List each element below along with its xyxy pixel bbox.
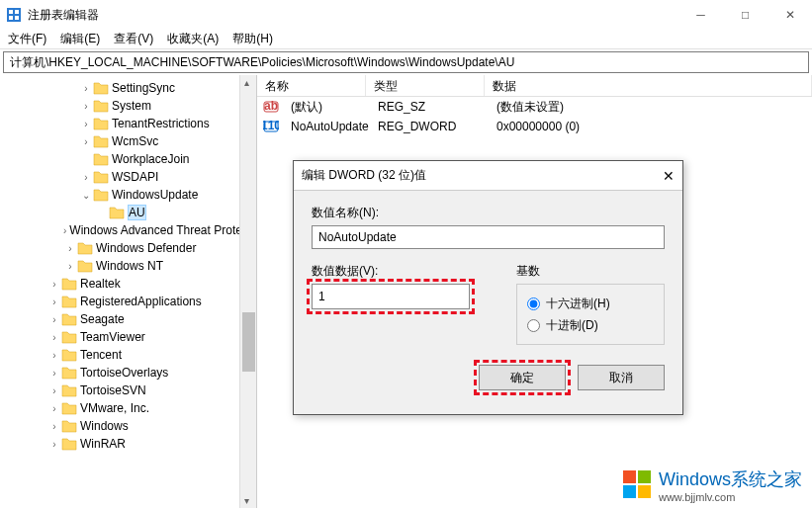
tree-item[interactable]: ›SettingSync — [0, 79, 256, 97]
tree-label: Windows NT — [96, 259, 163, 273]
tree-item[interactable]: ›VMware, Inc. — [0, 399, 256, 417]
scrollbar-thumb[interactable] — [242, 312, 255, 372]
tree-item[interactable]: ›TortoiseSVN — [0, 382, 256, 399]
expand-icon[interactable]: › — [47, 297, 61, 307]
expand-icon[interactable]: › — [47, 350, 61, 361]
dialog-titlebar[interactable]: 编辑 DWORD (32 位)值 ✕ — [294, 161, 682, 191]
tree-item[interactable]: ›WinRAR — [0, 435, 256, 453]
expand-icon[interactable]: › — [79, 119, 93, 129]
close-button[interactable]: ✕ — [767, 0, 812, 30]
list-row[interactable]: ab(默认)REG_SZ(数值未设置) — [257, 97, 812, 117]
value-name-input[interactable] — [312, 225, 665, 249]
watermark: Windows系统之家 www.bjjmlv.com — [623, 467, 802, 503]
tree-item[interactable]: ›Windows Defender — [0, 239, 256, 257]
menu-edit[interactable]: 编辑(E) — [60, 31, 100, 47]
titlebar: 注册表编辑器 ─ □ ✕ — [0, 0, 812, 30]
expand-icon[interactable]: › — [47, 403, 61, 414]
ok-button[interactable]: 确定 — [479, 365, 566, 390]
tree-item[interactable]: ›System — [0, 97, 256, 115]
expand-icon[interactable]: › — [47, 368, 61, 379]
expand-icon[interactable]: › — [47, 314, 61, 325]
scrollbar[interactable] — [239, 75, 256, 508]
svg-text:110: 110 — [263, 119, 279, 132]
maximize-button[interactable]: □ — [723, 0, 767, 30]
reg-dword-icon: 110 — [263, 119, 279, 134]
tree-item[interactable]: ›Windows — [0, 417, 256, 435]
expand-icon[interactable]: › — [63, 243, 77, 254]
list-row[interactable]: 110NoAutoUpdateREG_DWORD0x00000000 (0) — [257, 117, 812, 136]
svg-rect-9 — [623, 470, 636, 483]
tree-label: WinRAR — [80, 437, 126, 451]
radio-dec[interactable] — [527, 319, 540, 332]
menu-file[interactable]: 文件(F) — [8, 31, 46, 47]
tree-label: RegisteredApplications — [80, 295, 202, 308]
dialog-close-button[interactable]: ✕ — [663, 168, 675, 184]
tree-item[interactable]: ›Tencent — [0, 346, 256, 364]
svg-rect-3 — [9, 16, 13, 20]
tree-label: Windows — [80, 419, 129, 433]
tree-item[interactable]: ›RegisteredApplications — [0, 293, 256, 310]
reg-sz-icon: ab — [263, 99, 279, 115]
expand-icon[interactable]: › — [63, 261, 77, 272]
menu-help[interactable]: 帮助(H) — [232, 31, 273, 47]
dialog-title: 编辑 DWORD (32 位)值 — [302, 167, 426, 184]
menu-view[interactable]: 查看(V) — [114, 31, 153, 47]
expand-icon[interactable]: › — [47, 332, 61, 343]
address-text: 计算机\HKEY_LOCAL_MACHINE\SOFTWARE\Policies… — [10, 54, 514, 71]
cell-name: NoAutoUpdate — [283, 120, 370, 133]
tree-item[interactable]: ›TenantRestrictions — [0, 115, 256, 132]
col-header-data[interactable]: 数据 — [485, 75, 812, 96]
value-data-input[interactable] — [312, 284, 470, 309]
tree-label: VMware, Inc. — [80, 401, 149, 415]
expand-icon[interactable]: › — [79, 83, 93, 94]
radio-dec-label: 十进制(D) — [546, 317, 598, 334]
base-label: 基数 — [516, 263, 665, 280]
watermark-sub: 系统之家 — [731, 469, 802, 489]
expand-icon[interactable]: › — [79, 136, 93, 147]
tree-item[interactable]: ⌄WindowsUpdate — [0, 186, 256, 204]
expand-icon[interactable]: › — [47, 421, 61, 432]
tree-label: System — [112, 99, 151, 113]
radio-hex[interactable] — [527, 297, 540, 310]
tree-pane: ›SettingSync›System›TenantRestrictions›W… — [0, 75, 257, 508]
tree-label: AU — [128, 205, 146, 220]
collapse-icon[interactable]: ⌄ — [79, 190, 93, 201]
radio-hex-label: 十六进制(H) — [546, 296, 610, 312]
address-bar[interactable]: 计算机\HKEY_LOCAL_MACHINE\SOFTWARE\Policies… — [3, 51, 809, 73]
tree-label: TortoiseOverlays — [80, 366, 168, 380]
menubar: 文件(F) 编辑(E) 查看(V) 收藏夹(A) 帮助(H) — [0, 30, 812, 49]
tree-item[interactable]: ›WSDAPI — [0, 168, 256, 186]
cancel-button[interactable]: 取消 — [578, 365, 665, 390]
cell-data: 0x00000000 (0) — [489, 120, 812, 133]
tree-label: Realtek — [80, 277, 121, 291]
tree-label: Seagate — [80, 312, 125, 326]
expand-icon[interactable]: › — [79, 101, 93, 112]
tree-label: TenantRestrictions — [112, 117, 210, 130]
col-header-name[interactable]: 名称 — [257, 75, 366, 96]
value-data-label: 数值数据(V): — [312, 263, 496, 280]
expand-icon[interactable]: › — [47, 439, 61, 450]
tree-item[interactable]: ›Windows NT — [0, 257, 256, 275]
base-radio-group: 十六进制(H) 十进制(D) — [516, 284, 665, 345]
tree-item[interactable]: ›Seagate — [0, 310, 256, 328]
expand-icon[interactable]: › — [79, 172, 93, 183]
svg-rect-12 — [638, 485, 651, 498]
svg-rect-10 — [638, 470, 651, 483]
tree-item[interactable]: ›TeamViewer — [0, 328, 256, 346]
expand-icon[interactable]: › — [47, 385, 61, 396]
menu-favorites[interactable]: 收藏夹(A) — [167, 31, 219, 47]
expand-icon[interactable]: › — [63, 225, 66, 236]
regedit-icon — [6, 7, 22, 23]
minimize-button[interactable]: ─ — [678, 0, 723, 30]
expand-icon[interactable]: › — [47, 279, 61, 290]
tree-item[interactable]: ›Windows Advanced Threat Protection — [0, 221, 256, 239]
col-header-type[interactable]: 类型 — [366, 75, 485, 96]
tree-item[interactable]: ›WcmSvc — [0, 132, 256, 150]
tree-label: SettingSync — [112, 81, 175, 95]
tree-item[interactable]: ›TortoiseOverlays — [0, 364, 256, 382]
tree-item[interactable]: AU — [0, 204, 256, 221]
cell-data: (数值未设置) — [489, 99, 812, 116]
tree-item[interactable]: WorkplaceJoin — [0, 150, 256, 168]
tree-item[interactable]: ›Realtek — [0, 275, 256, 293]
watermark-url: www.bjjmlv.com — [659, 491, 802, 503]
